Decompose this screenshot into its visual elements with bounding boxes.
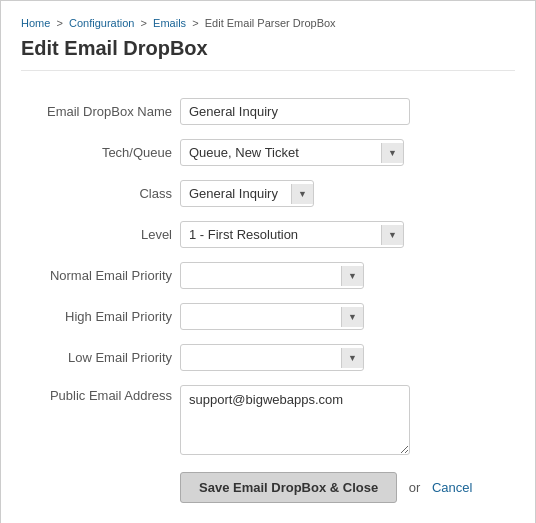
tech-queue-label: Tech/Queue	[21, 132, 176, 173]
actions-cell: Save Email DropBox & Close or Cancel	[176, 465, 515, 510]
field-class: Class General Inquiry ▼	[21, 173, 515, 214]
high-priority-select[interactable]	[181, 304, 341, 329]
low-priority-cell: ▼	[176, 337, 515, 378]
tech-queue-dropdown-icon: ▼	[388, 148, 397, 158]
tech-queue-cell: Queue, New Ticket ▼	[176, 132, 515, 173]
tech-queue-select[interactable]: Queue, New Ticket	[181, 140, 381, 165]
high-priority-label: High Email Priority	[21, 296, 176, 337]
cancel-link[interactable]: Cancel	[432, 480, 472, 495]
public-email-label: Public Email Address	[21, 378, 176, 465]
breadcrumb-home[interactable]: Home	[21, 17, 50, 29]
breadcrumb-current: Edit Email Parser DropBox	[205, 17, 336, 29]
level-dropdown-btn[interactable]: ▼	[381, 225, 403, 245]
class-select-wrapper: General Inquiry ▼	[180, 180, 314, 207]
public-email-textarea[interactable]: support@bigwebapps.com	[180, 385, 410, 455]
normal-priority-label: Normal Email Priority	[21, 255, 176, 296]
class-dropdown-icon: ▼	[298, 189, 307, 199]
level-dropdown-icon: ▼	[388, 230, 397, 240]
level-select[interactable]: 1 - First Resolution	[181, 222, 381, 247]
class-cell: General Inquiry ▼	[176, 173, 515, 214]
normal-priority-select-wrapper: ▼	[180, 262, 364, 289]
low-priority-dropdown-icon: ▼	[348, 353, 357, 363]
field-low-priority: Low Email Priority ▼	[21, 337, 515, 378]
normal-priority-dropdown-btn[interactable]: ▼	[341, 266, 363, 286]
page-container: Home > Configuration > Emails > Edit Ema…	[0, 0, 536, 523]
level-select-wrapper: 1 - First Resolution ▼	[180, 221, 404, 248]
low-priority-select[interactable]	[181, 345, 341, 370]
high-priority-select-wrapper: ▼	[180, 303, 364, 330]
public-email-cell: support@bigwebapps.com	[176, 378, 515, 465]
class-label: Class	[21, 173, 176, 214]
breadcrumb: Home > Configuration > Emails > Edit Ema…	[21, 17, 515, 29]
class-dropdown-btn[interactable]: ▼	[291, 184, 313, 204]
field-level: Level 1 - First Resolution ▼	[21, 214, 515, 255]
low-priority-select-wrapper: ▼	[180, 344, 364, 371]
breadcrumb-configuration[interactable]: Configuration	[69, 17, 134, 29]
tech-queue-select-wrapper: Queue, New Ticket ▼	[180, 139, 404, 166]
high-priority-dropdown-icon: ▼	[348, 312, 357, 322]
field-high-priority: High Email Priority ▼	[21, 296, 515, 337]
low-priority-dropdown-btn[interactable]: ▼	[341, 348, 363, 368]
normal-priority-dropdown-icon: ▼	[348, 271, 357, 281]
class-select[interactable]: General Inquiry	[181, 181, 291, 206]
dropbox-name-cell	[176, 91, 515, 132]
actions-row: Save Email DropBox & Close or Cancel	[21, 465, 515, 510]
high-priority-cell: ▼	[176, 296, 515, 337]
field-tech-queue: Tech/Queue Queue, New Ticket ▼	[21, 132, 515, 173]
save-button[interactable]: Save Email DropBox & Close	[180, 472, 397, 503]
level-label: Level	[21, 214, 176, 255]
field-public-email: Public Email Address support@bigwebapps.…	[21, 378, 515, 465]
high-priority-dropdown-btn[interactable]: ▼	[341, 307, 363, 327]
low-priority-label: Low Email Priority	[21, 337, 176, 378]
tech-queue-dropdown-btn[interactable]: ▼	[381, 143, 403, 163]
level-cell: 1 - First Resolution ▼	[176, 214, 515, 255]
normal-priority-select[interactable]	[181, 263, 341, 288]
field-dropbox-name: Email DropBox Name	[21, 91, 515, 132]
dropbox-name-label: Email DropBox Name	[21, 91, 176, 132]
or-text: or	[409, 480, 421, 495]
breadcrumb-emails[interactable]: Emails	[153, 17, 186, 29]
field-normal-priority: Normal Email Priority ▼	[21, 255, 515, 296]
page-title: Edit Email DropBox	[21, 37, 515, 71]
form-table: Email DropBox Name Tech/Queue Queue, New…	[21, 91, 515, 510]
normal-priority-cell: ▼	[176, 255, 515, 296]
dropbox-name-input[interactable]	[180, 98, 410, 125]
